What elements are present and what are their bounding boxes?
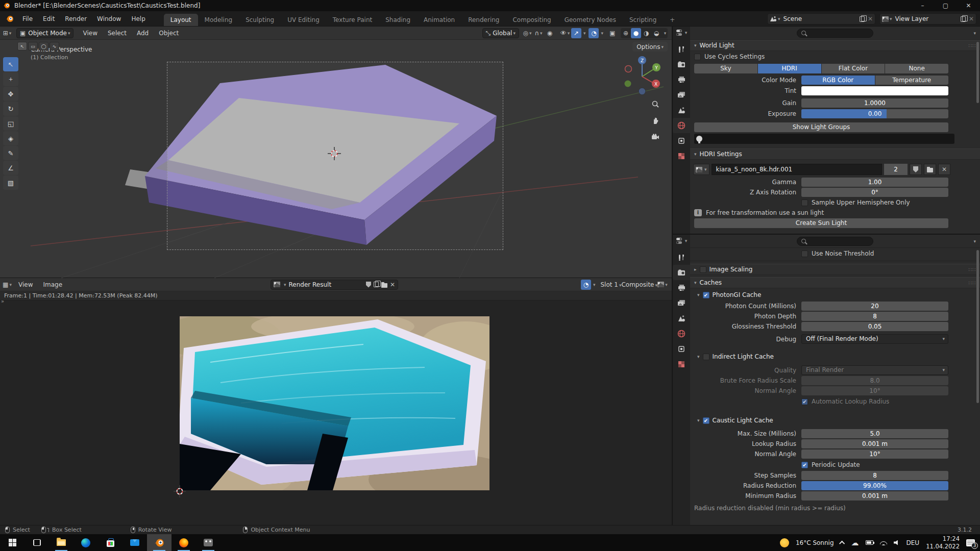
select-circle-button[interactable]: ◯ — [39, 42, 48, 51]
weather-sun-icon[interactable] — [780, 538, 789, 547]
scrollbar[interactable] — [976, 42, 979, 103]
show-visibility-icon[interactable]: 👁▾ — [560, 28, 570, 38]
snap-magnet-icon[interactable]: ∩▾ — [533, 28, 544, 38]
pivot-point-icon[interactable]: ◎▾ — [522, 28, 532, 38]
minimum-radius-field[interactable]: 0.001 m — [801, 491, 948, 500]
3d-viewport[interactable]: ⊞▾ ▣ Object Mode ▾ View Select Add Objec… — [0, 27, 672, 278]
image-menu-image[interactable]: Image — [38, 278, 67, 291]
tab-object[interactable] — [673, 133, 690, 148]
image-scaling-header[interactable]: ▸ Image Scaling ∷∷ — [690, 264, 980, 275]
tab-texture-paint[interactable]: Texture Paint — [326, 14, 379, 27]
maximize-button[interactable]: ▢ — [934, 0, 957, 11]
light-type-none[interactable]: None — [885, 64, 948, 73]
clock[interactable]: 17:24 11.04.2022 — [926, 535, 960, 550]
tab-layout[interactable]: Layout — [164, 14, 198, 27]
new-scene-icon[interactable] — [860, 16, 865, 22]
tab-animation[interactable]: Animation — [417, 14, 461, 27]
overlays-chevron[interactable]: ▾ — [601, 31, 603, 36]
tab-scripting[interactable]: Scripting — [623, 14, 663, 27]
store-button[interactable] — [98, 534, 122, 551]
unlink-image-icon[interactable]: ✕ — [390, 281, 395, 288]
world-light-panel-header[interactable]: ▾ World Light ∷∷ — [690, 40, 980, 51]
scale-tool[interactable]: ◱ — [3, 116, 18, 131]
panel-options-chevron[interactable]: ▾ — [973, 31, 976, 36]
tint-color-swatch[interactable] — [801, 86, 948, 95]
tab-output[interactable] — [673, 72, 690, 87]
onedrive-cloud-icon[interactable]: ☁ — [851, 538, 859, 547]
scrollbar[interactable] — [976, 250, 979, 403]
viewport-menu-select[interactable]: Select — [103, 27, 132, 40]
caustic-cache-header[interactable]: ▾ ✔ Caustic Light Cache — [690, 415, 980, 426]
color-mode-rgb[interactable]: RGB Color — [801, 76, 875, 85]
create-sun-light-button[interactable]: Create Sun Light — [694, 218, 948, 228]
select-box-button[interactable]: ▭ — [28, 42, 38, 51]
new-view-layer-icon[interactable] — [961, 16, 966, 22]
light-type-flat-color[interactable]: Flat Color — [822, 64, 885, 73]
add-cube-tool[interactable]: ▧ — [3, 176, 18, 190]
viewport-menu-object[interactable]: Object — [154, 27, 184, 40]
step-samples-field[interactable]: 8 — [801, 471, 948, 480]
photon-depth-field[interactable]: 8 — [801, 312, 948, 321]
unlink-icon[interactable]: ✕ — [938, 164, 950, 175]
tab-texture[interactable] — [673, 148, 690, 164]
tab-render[interactable] — [673, 265, 690, 280]
hdri-settings-header[interactable]: ▾ HDRI Settings — [690, 148, 980, 160]
tab-tool[interactable] — [673, 249, 690, 265]
menu-help[interactable]: Help — [126, 11, 150, 27]
blender-taskbar-button[interactable] — [147, 534, 172, 551]
photongi-checkbox[interactable]: ✔ — [703, 292, 709, 298]
unlink-scene-icon[interactable]: ✕ — [868, 15, 873, 22]
tab-geometry-nodes[interactable]: Geometry Nodes — [558, 14, 623, 27]
caustic-checkbox[interactable]: ✔ — [703, 417, 709, 424]
use-cycles-row[interactable]: Use Cycles Settings — [694, 53, 948, 61]
use-cycles-checkbox[interactable] — [694, 54, 701, 60]
fake-user-shield-icon[interactable] — [910, 164, 922, 175]
material-preview-icon[interactable]: ◑ — [641, 28, 651, 38]
open-file-folder-icon[interactable] — [924, 164, 936, 175]
periodic-update-row[interactable]: ✔ Periodic Update — [801, 461, 948, 469]
tab-scene[interactable] — [673, 311, 690, 326]
tab-output[interactable] — [673, 280, 690, 295]
gain-field[interactable]: 1.0000 — [801, 98, 948, 108]
tab-world[interactable] — [673, 326, 690, 341]
task-view-button[interactable] — [24, 534, 49, 551]
tab-render[interactable] — [673, 57, 690, 72]
viewport-camera-icon[interactable] — [649, 131, 662, 143]
weather-text[interactable]: 16°C Sonnig — [796, 539, 834, 546]
blender-menu-icon[interactable] — [5, 15, 14, 23]
wireframe-shading-icon[interactable]: ⊕ — [621, 28, 631, 38]
periodic-update-checkbox[interactable]: ✔ — [801, 462, 808, 468]
navigation-gizmo[interactable]: Z Y X — [621, 55, 664, 98]
fake-user-shield-icon[interactable] — [366, 282, 371, 288]
scene-selector[interactable]: ▾ Scene ✕ — [767, 13, 875, 24]
duplicate-image-icon[interactable] — [374, 282, 379, 287]
speaker-icon[interactable] — [894, 540, 900, 545]
proportional-editing-icon[interactable]: ◉ — [545, 28, 555, 38]
editor-type-properties-icon[interactable]: ▾ — [676, 237, 688, 244]
select-tweak-button[interactable]: ↖ — [17, 42, 27, 51]
hdri-file-name[interactable]: kiara_5_noon_8k.hdr.001 — [712, 164, 882, 175]
debug-dropdown[interactable]: Off (Final Render Mode) ▾ — [801, 334, 948, 344]
remove-view-layer-icon[interactable]: ✕ — [969, 15, 974, 22]
use-noise-threshold-checkbox[interactable] — [801, 251, 808, 257]
tray-expand-icon[interactable] — [839, 540, 844, 546]
minimize-button[interactable]: – — [911, 0, 934, 11]
annotate-tool[interactable]: ✎ — [3, 146, 18, 160]
notification-center-icon[interactable]: 3 — [966, 539, 975, 546]
menu-file[interactable]: File — [17, 11, 38, 27]
users-count-button[interactable]: 2 — [884, 164, 908, 175]
wifi-icon[interactable] — [880, 540, 887, 545]
indirect-checkbox[interactable] — [703, 354, 709, 360]
caches-header[interactable]: ▾ Caches ∷∷ — [690, 277, 980, 288]
sample-upper-row[interactable]: Sample Upper Hemisphere Only — [801, 198, 948, 207]
image-gizmos-icon[interactable]: ◔ — [581, 280, 591, 290]
panel-options-chevron[interactable]: ▾ — [973, 239, 976, 244]
exposure-slider[interactable]: 0.00 — [801, 109, 948, 118]
photon-count-field[interactable]: 20 — [801, 302, 948, 311]
editor-type-properties-icon[interactable]: ▾ — [676, 29, 688, 36]
close-button[interactable]: ✕ — [957, 0, 980, 11]
open-image-folder-icon[interactable] — [381, 283, 387, 288]
quality-dropdown[interactable]: Final Render ▾ — [801, 365, 948, 375]
firefox-button[interactable] — [172, 534, 196, 551]
tab-modeling[interactable]: Modeling — [198, 14, 239, 27]
